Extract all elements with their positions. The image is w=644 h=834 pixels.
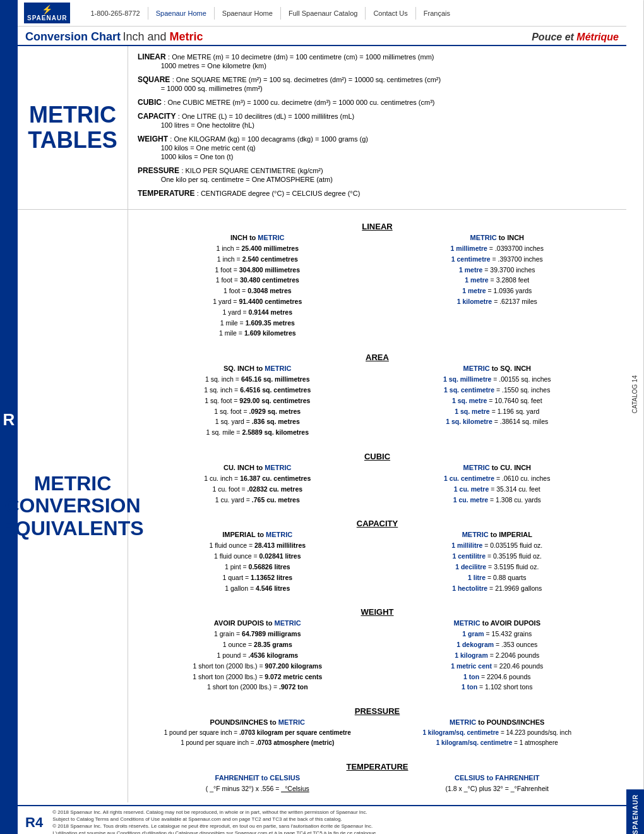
conv-line: ( _°F minus 32°) x .556 = _°Celsius xyxy=(141,783,374,794)
pressure-label: PRESSURE xyxy=(138,166,179,175)
table-capacity: CAPACITY : One LITRE (L) = 10 decilitres… xyxy=(138,112,617,130)
pouce-label: Pouce et xyxy=(532,32,576,42)
conv-pressure: PRESSURE POUNDS/INCHES to METRIC 1 pound… xyxy=(134,698,620,753)
conv-line: 1 sq. metre = 10.7640 sq. feet xyxy=(381,396,614,406)
conv-line: 1 dekogram = .353 ounces xyxy=(381,639,614,650)
phone-number: 1-800-265-8772 xyxy=(83,7,147,20)
catalog-label: CATALOG 14 xyxy=(626,0,644,789)
nav-catalog[interactable]: Full Spaenaur Catalog xyxy=(280,7,365,20)
nav-email[interactable]: Spaenaur Home xyxy=(148,7,214,20)
conv-line: 1 ounce = 28.35 grams xyxy=(141,639,374,650)
page-title-left: Conversion Chart Inch and Metric xyxy=(25,30,203,44)
conv-line: 1 sq. foot = 929.00 sq. centimetres xyxy=(141,396,374,406)
metric-to-sqinch-title: METRIC to SQ. INCH xyxy=(381,365,614,372)
conv-line: 1 foot = 304.800 millimetres xyxy=(141,265,374,275)
conv-line: 1 yard = 0.9144 metres xyxy=(141,307,374,318)
linear-label: LINEAR xyxy=(138,52,166,61)
conv-line: 1 short ton (2000 lbs.) = 907.200 kilogr… xyxy=(141,661,374,672)
conv-line: 1 yard = 91.4400 centimetres xyxy=(141,296,374,307)
inch-to-metric-title: INCH to METRIC xyxy=(141,234,374,241)
conv-line: 1 inch = 25.400 millimetres xyxy=(141,243,374,254)
conv-temperature: TEMPERATURE FAHRENHEIT to CELSIUS ( _°F … xyxy=(134,753,620,799)
conv-line: 1 kilogram/sq. centimetre = 14.223 pound… xyxy=(381,728,614,738)
pressure-cols: POUNDS/INCHES to METRIC 1 pound per squa… xyxy=(141,718,614,748)
table-cubic: CUBIC : One CUBIC METRE (m³) = 1000 cu. … xyxy=(138,98,617,107)
conv-line: 1 kilogram/sq. centimetre = 1 atmosphere xyxy=(381,738,614,748)
pressure-pounds-to-metric: POUNDS/INCHES to METRIC 1 pound per squa… xyxy=(141,718,374,748)
conv-line: 1 metre = 1.0936 yards xyxy=(381,286,614,296)
conv-line: 1 inch = 2.540 centimetres xyxy=(141,254,374,265)
conv-line: 1 decilitre = 3.5195 fluid oz. xyxy=(381,562,614,572)
temperature-label: TEMPERATURE xyxy=(138,189,194,198)
conv-line: 1 sq. centimetre = .1550 sq. inches xyxy=(381,385,614,396)
imperial-to-metric-title: IMPERIAL to METRIC xyxy=(141,531,374,538)
conv-line: 1 short ton (2000 lbs.) = 9.072 metric c… xyxy=(141,672,374,682)
conv-line: 1 sq. metre = 1.196 sq. yard xyxy=(381,406,614,417)
pounds-to-metric-title: POUNDS/INCHES to METRIC xyxy=(141,718,374,726)
conv-line: 1 pint = 0.56826 litres xyxy=(141,562,374,572)
conv-line: 1 ton = 1.102 short tons xyxy=(381,682,614,692)
square-label: SQUARE xyxy=(138,75,170,84)
area-cols: SQ. INCH to METRIC 1 sq. inch = 645.16 s… xyxy=(141,365,614,438)
cuinch-to-metric-title: CU. INCH to METRIC xyxy=(141,464,374,471)
metric-to-inch-title: METRIC to INCH xyxy=(381,234,614,241)
conv-line: 1 metric cent = 220.46 pounds xyxy=(381,661,614,672)
conv-line: 1 sq. foot = .0929 sq. metres xyxy=(141,406,374,417)
conversion-chart-label: Conversion Chart xyxy=(25,30,121,43)
conv-line: 1 short ton (2000 lbs.) = .9072 ton xyxy=(141,682,374,692)
weight-section-title: WEIGHT xyxy=(141,607,614,617)
conv-line: 1 fluid ounce = 28.413 millilitres xyxy=(141,540,374,551)
capacity-metric-to-imperial: METRIC to IMPERIAL 1 millilitre = 0.0351… xyxy=(381,531,614,593)
metrique-label: Métrique xyxy=(576,32,619,42)
conv-line: 1 metre = 3.2808 feet xyxy=(381,275,614,286)
conv-capacity: CAPACITY IMPERIAL to METRIC 1 fluid ounc… xyxy=(134,510,620,598)
r-label: R xyxy=(3,410,15,430)
conv-cubic: CUBIC CU. INCH to METRIC 1 cu. inch = 16… xyxy=(134,443,620,510)
metric-to-avoir-title: METRIC to AVOIR DUPOIS xyxy=(381,619,614,627)
table-temperature: TEMPERATURE : CENTIGRADE degree (°C) = C… xyxy=(138,189,617,198)
conv-line: 1 cu. yard = .765 cu. metres xyxy=(141,495,374,505)
conv-line: 1 ton = 2204.6 pounds xyxy=(381,672,614,682)
linear-text: : One METRE (m) = 10 decimetre (dm) = 10… xyxy=(138,53,434,70)
conv-line: 1 millimetre = .0393700 inches xyxy=(381,243,614,254)
conv-line: 1 sq. inch = 645.16 sq. millimetres xyxy=(141,374,374,385)
conv-line: 1 kilometre = .62137 miles xyxy=(381,296,614,307)
conv-line: 1 mile = 1.609.35 metres xyxy=(141,318,374,329)
conv-line: 1 quart = 1.13652 litres xyxy=(141,572,374,583)
metric-to-imperial-title: METRIC to IMPERIAL xyxy=(381,531,614,538)
conv-weight: WEIGHT AVOIR DUPOIS to METRIC 1 grain = … xyxy=(134,598,620,698)
nav-contact[interactable]: Contact Us xyxy=(365,7,415,20)
footer-r-label: R4 xyxy=(25,814,43,831)
temperature-cols: FAHRENHEIT to CELSIUS ( _°F minus 32°) x… xyxy=(141,774,614,794)
title-bar: Conversion Chart Inch and Metric Pouce e… xyxy=(18,27,626,46)
weight-label: WEIGHT xyxy=(138,135,168,143)
nav-french[interactable]: Français xyxy=(415,7,458,20)
linear-inch-to-metric: INCH to METRIC 1 inch = 25.400 millimetr… xyxy=(141,234,374,339)
metric-label: Metric xyxy=(169,30,203,43)
area-sqinch-to-metric: SQ. INCH to METRIC 1 sq. inch = 645.16 s… xyxy=(141,365,374,438)
logo-box: ⚡ SPAENAUR xyxy=(24,3,70,23)
conv-line: 1 cu. metre = 1.308 cu. yards xyxy=(381,495,614,505)
conv-line: 1 cu. metre = 35.314 cu. feet xyxy=(381,484,614,495)
weight-text: : One KILOGRAM (kg) = 100 decagrams (dkg… xyxy=(138,135,368,160)
and-label: and xyxy=(147,30,169,43)
weight-cols: AVOIR DUPOIS to METRIC 1 grain = 64.7989… xyxy=(141,619,614,692)
temp-celsius-to-fahrenheit: CELSIUS to FAHRENHEIT (1.8 x _°C) plus 3… xyxy=(381,774,614,794)
conv-line: 1 centimetre = .393700 inches xyxy=(381,254,614,265)
conv-line: 1 metre = 39.3700 inches xyxy=(381,265,614,275)
conv-line: 1 millilitre = 0.035195 fluid oz. xyxy=(381,540,614,551)
metric-tables-content: LINEAR : One METRE (m) = 10 decimetre (d… xyxy=(128,46,626,209)
linear-section-title: LINEAR xyxy=(141,222,614,231)
logo-icon: ⚡ xyxy=(42,4,52,15)
conv-line: 1 litre = 0.88 quarts xyxy=(381,572,614,583)
conv-line: 1 fluid ounce = 0.02841 litres xyxy=(141,551,374,562)
temp-fahrenheit-to-celsius: FAHRENHEIT to CELSIUS ( _°F minus 32°) x… xyxy=(141,774,374,794)
capacity-cols: IMPERIAL to METRIC 1 fluid ounce = 28.41… xyxy=(141,531,614,593)
nav-home[interactable]: Spaenaur Home xyxy=(214,7,280,20)
conv-line: 1 kilogram = 2.2046 pounds xyxy=(381,650,614,661)
conv-line: 1 centilitre = 0.35195 fluid oz. xyxy=(381,551,614,562)
conv-line: 1 grain = 64.7989 milligrams xyxy=(141,629,374,639)
conv-line: 1 sq. millimetre = .00155 sq. inches xyxy=(381,374,614,385)
metric-conversion-heading-col: METRIC CONVERSION EQUIVALENTS xyxy=(18,210,128,802)
pressure-section-title: PRESSURE xyxy=(141,706,614,716)
